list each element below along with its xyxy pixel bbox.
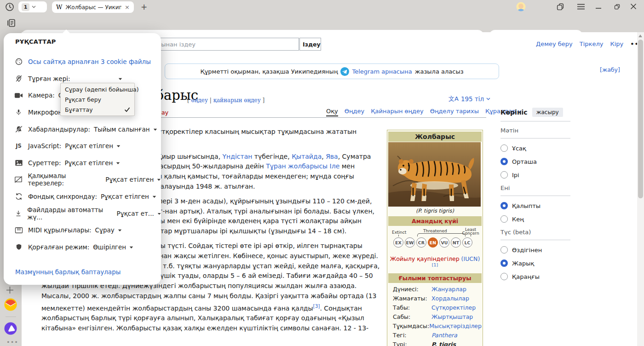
avatar[interactable] (516, 2, 526, 12)
taxonomy-value[interactable]: Panthera (431, 332, 457, 339)
iucn-NT: NT (451, 237, 461, 248)
account-link-0[interactable]: Демеу беру (536, 40, 573, 47)
taxonomy-value[interactable]: Жыртқыштар (431, 313, 473, 320)
telegram-link[interactable]: Telegram арнасына (352, 68, 412, 75)
status-iucn-link[interactable]: (IUCN) (461, 255, 480, 262)
reference-link[interactable]: [3] (313, 303, 320, 309)
wiki-link[interactable]: Ява (326, 153, 338, 160)
edit-link[interactable]: өңдеу (191, 97, 208, 104)
appearance-sections: МәтінҰсақОрташаІріЕніҚалыптыКеңТүс (beta… (500, 127, 570, 280)
radio-button[interactable] (500, 144, 508, 152)
taxonomy-row: Табы:Сүтқоректілер (388, 303, 482, 312)
title-edit-links: [ өңдеу | қайнарын өңдеу ] (187, 97, 264, 104)
dropdown-item-0[interactable]: Сұрау (әдепкі бойынша) (61, 84, 134, 94)
radio-button[interactable] (500, 215, 508, 223)
iucn-tick (398, 235, 399, 236)
wiki-link[interactable]: Қытайда (292, 153, 322, 160)
permission-value: Өшірілген (93, 243, 126, 251)
account-link-2[interactable]: Кіру (610, 40, 623, 47)
scrollbar-thumb[interactable] (638, 40, 643, 198)
edit-source-link[interactable]: қайнарын өңдеу (213, 97, 261, 104)
permission-value: Тыйым салынған (94, 126, 150, 133)
wiki-link[interactable]: Үндістан (223, 153, 253, 160)
taxonomy-row: Тұқымдасы:Мысықтәрізділер (388, 321, 482, 330)
permission-row-protected-mode[interactable]: Қорғалған режим:Өшірілген (4, 239, 161, 256)
browser-tab[interactable]: W Жолбарыс — Уикипеди × (52, 1, 134, 13)
tab-close-icon[interactable]: × (125, 4, 130, 11)
language-count: 195 тіл (461, 95, 484, 103)
tiger-photo[interactable] (388, 142, 482, 207)
restore-button[interactable] (614, 3, 622, 11)
new-tab-button[interactable]: + (139, 2, 149, 12)
appearance-option-0-1[interactable]: Орташа (500, 158, 570, 165)
taxonomy-value[interactable]: Хордалылар (431, 295, 469, 302)
taxonomy-value[interactable]: Мысықтәрізділер (429, 323, 482, 329)
appearance-option-1-1[interactable]: Кең (500, 215, 570, 223)
scrollbar-up-arrow[interactable] (638, 35, 642, 37)
article-tab-label: Қайнарын өңдеу (371, 108, 423, 115)
appearance-option-2-2[interactable]: Қараңғы (500, 273, 570, 280)
history-icon[interactable] (5, 2, 15, 12)
cookie-link-label[interactable]: Осы сайтқа арналған 3 cookie файлы (28, 58, 151, 65)
telegram-banner: Құрметті оқырман, қазақша Уикипедияның T… (165, 63, 499, 79)
rail-more-icon[interactable]: ••• (6, 339, 18, 346)
add-panel-icon[interactable] (6, 286, 19, 299)
radio-label: Өздігінен (512, 247, 542, 254)
separator: | (208, 97, 213, 104)
language-selector[interactable]: 文A 195 тіл (448, 95, 490, 103)
auto-download-icon (14, 209, 23, 218)
appearance-option-2-1[interactable]: Жарық (500, 260, 570, 267)
sidebar-panels-icon[interactable] (556, 2, 565, 12)
appearance-option-1-0[interactable]: Қалыпты (500, 202, 570, 209)
all-content-settings-link[interactable]: Мазмұнның барлық баптаулары (15, 268, 121, 276)
permission-row-popup-windows[interactable]: Қалқымалы терезелер:Рұқсат етілген (4, 171, 161, 188)
wiki-link[interactable]: Тұран жолбарысы (266, 162, 328, 170)
yandex-mail-icon[interactable] (4, 298, 17, 311)
appearance-option-0-0[interactable]: Ұсақ (500, 144, 570, 152)
side-panel-icon[interactable] (6, 17, 17, 29)
radio-button[interactable] (500, 246, 508, 254)
permission-row-midi[interactable]: MIDI құрылғылары:Сұрау (4, 222, 161, 239)
dropdown-item-1[interactable]: Рұқсат беру (61, 94, 134, 104)
permission-row-background-sync[interactable]: Фондық синхрондау:Рұқсат етілген (4, 188, 161, 205)
close-window-button[interactable] (630, 3, 638, 11)
permission-row-images[interactable]: Суреттер:Рұқсат етілген (4, 155, 161, 172)
appearance-option-2-0[interactable]: Өздігінен (500, 246, 570, 254)
menu-icon[interactable] (577, 4, 585, 10)
permission-value: Рұқсат етілген (101, 193, 149, 200)
permission-row-notifications-off[interactable]: Хабарландырулар:Тыйым салынған (4, 121, 161, 138)
alice-assistant-icon[interactable] (4, 322, 17, 335)
minimize-button[interactable] (595, 3, 604, 11)
hide-appearance-button[interactable]: жасыру (532, 108, 563, 117)
close-banner-link[interactable]: [жабу] (600, 66, 620, 73)
dropdown-item-2[interactable]: Бұғаттау (61, 104, 134, 115)
radio-button[interactable] (500, 171, 508, 179)
tab-counter[interactable]: 1 (18, 1, 47, 12)
radio-button[interactable] (500, 273, 508, 280)
wiki-link[interactable]: Іле (330, 162, 340, 170)
article-tab-2[interactable]: Қайнарын өңдеу (371, 108, 423, 116)
radio-button[interactable] (500, 158, 508, 165)
reference-link[interactable]: [1] (432, 262, 438, 267)
taxonomy-value[interactable]: Сүтқоректілер (431, 304, 476, 311)
account-link-1[interactable]: Тіркелу (580, 40, 604, 47)
page-scrollbar[interactable] (637, 32, 644, 346)
article-tab-1[interactable]: Өңдеу (345, 108, 365, 116)
popup-windows-icon (14, 176, 23, 183)
article-tab-0[interactable]: Оқу (326, 108, 338, 116)
midi-icon (14, 227, 23, 234)
iucn-circles: EXEWCRENVUNTLC (393, 237, 472, 248)
search-button[interactable]: Іздеу (299, 38, 321, 51)
appearance-option-0-2[interactable]: Ірі (500, 171, 570, 179)
permission-row-auto-download[interactable]: Файлдарды автоматты жү...Рұқсат ет... (4, 205, 161, 222)
permission-label: JavaScript: (28, 142, 61, 150)
taxonomy-value[interactable]: Жануарлар (431, 286, 466, 293)
status-redlink[interactable]: Жойылу қаупіндегілер (390, 255, 460, 262)
permission-row-javascript[interactable]: JSJavaScript:Рұқсат етілген (4, 138, 161, 155)
article-tab-3[interactable]: Өңделу тарихы (430, 108, 479, 116)
radio-button[interactable] (500, 202, 508, 209)
language-icon: 文A (448, 95, 459, 103)
dropdown-item-label: Бұғаттау (65, 106, 93, 113)
radio-button[interactable] (500, 260, 508, 267)
cookie-files-link[interactable]: Осы сайтқа арналған 3 cookie файлы (4, 53, 161, 70)
